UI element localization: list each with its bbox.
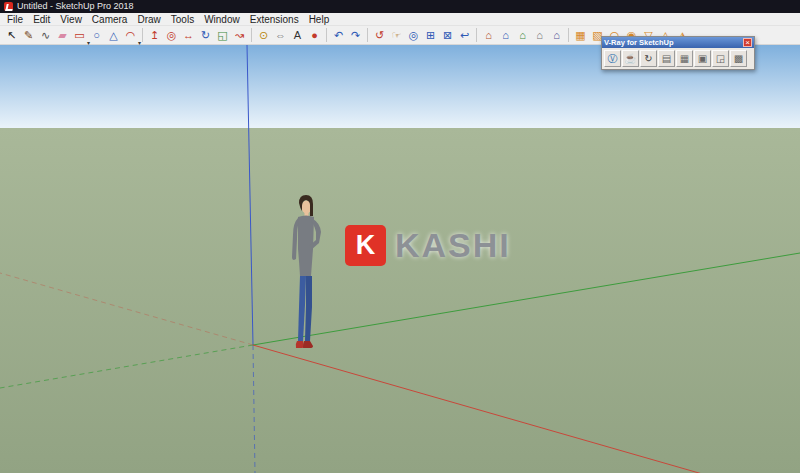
previous-icon: ↩ bbox=[460, 30, 469, 41]
rectangle-tool-button[interactable]: ▭▾ bbox=[71, 27, 88, 44]
render-interactive-button[interactable]: ↻ bbox=[640, 50, 657, 67]
figure-left-shoe bbox=[296, 341, 304, 348]
push-pull-tool-button[interactable]: ↥ bbox=[146, 27, 163, 44]
arc-icon: ◠ bbox=[126, 30, 136, 41]
vray-buttons: Ⓥ☕↻▤▦▣◲▩ bbox=[602, 48, 754, 69]
eraser-icon: ▰ bbox=[58, 30, 66, 41]
back-view-tool-button[interactable]: ⌂ bbox=[548, 27, 565, 44]
menu-window[interactable]: Window bbox=[199, 13, 245, 26]
from-contours-icon: ▦ bbox=[575, 30, 585, 41]
offset-icon: ◎ bbox=[167, 30, 177, 41]
eraser-tool-button[interactable]: ▰ bbox=[54, 27, 71, 44]
batch-render-icon: ▦ bbox=[680, 53, 689, 64]
menu-edit[interactable]: Edit bbox=[28, 13, 55, 26]
line-icon: ✎ bbox=[24, 30, 33, 41]
vray-toolbar-window: V-Ray for SketchUp × Ⓥ☕↻▤▦▣◲▩ bbox=[601, 36, 755, 70]
undo-tool-button[interactable]: ↶ bbox=[330, 27, 347, 44]
sketchup-logo-icon bbox=[4, 2, 13, 11]
title-bar[interactable]: Untitled - SketchUp Pro 2018 bbox=[0, 0, 800, 13]
paint-bucket-tool-button[interactable]: ● bbox=[306, 27, 323, 44]
front-view-icon: ⌂ bbox=[519, 30, 526, 41]
circle-tool-button[interactable]: ○ bbox=[88, 27, 105, 44]
zoom-window-tool-button[interactable]: ⊞ bbox=[422, 27, 439, 44]
render-icon: ☕ bbox=[624, 53, 636, 64]
rotate-tool-button[interactable]: ↻ bbox=[197, 27, 214, 44]
arc-tool-button[interactable]: ◠▾ bbox=[122, 27, 139, 44]
dimensions-tool-button[interactable]: ⇔ bbox=[272, 27, 289, 44]
right-view-tool-button[interactable]: ⌂ bbox=[531, 27, 548, 44]
asset-editor-button[interactable]: Ⓥ bbox=[604, 50, 621, 67]
front-view-tool-button[interactable]: ⌂ bbox=[514, 27, 531, 44]
blue-axis-line bbox=[247, 45, 253, 345]
rotate-icon: ↻ bbox=[201, 30, 210, 41]
top-view-tool-button[interactable]: ⌂ bbox=[497, 27, 514, 44]
viewport-render-icon: ▣ bbox=[698, 53, 707, 64]
move-tool-button[interactable]: ↔ bbox=[180, 27, 197, 44]
zoom-extents-icon: ⊠ bbox=[443, 30, 452, 41]
viewport[interactable]: K KASHI bbox=[0, 45, 800, 473]
vray-close-button[interactable]: × bbox=[743, 38, 752, 47]
redo-icon: ↷ bbox=[351, 30, 360, 41]
top-view-icon: ⌂ bbox=[502, 30, 509, 41]
text-tool-button[interactable]: A bbox=[289, 27, 306, 44]
freehand-icon: ∿ bbox=[41, 30, 50, 41]
polygon-tool-button[interactable]: △ bbox=[105, 27, 122, 44]
viewport-render-button[interactable]: ▣ bbox=[694, 50, 711, 67]
frame-buffer-button[interactable]: ▤ bbox=[658, 50, 675, 67]
green-axis-negative-line bbox=[0, 345, 253, 388]
follow-me-tool-button[interactable]: ↝ bbox=[231, 27, 248, 44]
pan-tool-button[interactable]: ☞ bbox=[388, 27, 405, 44]
menu-tools[interactable]: Tools bbox=[166, 13, 199, 26]
offset-tool-button[interactable]: ◎ bbox=[163, 27, 180, 44]
pan-icon: ☞ bbox=[392, 30, 402, 41]
circle-icon: ○ bbox=[93, 30, 100, 41]
lock-camera-button[interactable]: ▩ bbox=[730, 50, 747, 67]
zoom-tool-button[interactable]: ◎ bbox=[405, 27, 422, 44]
toolbar-separator bbox=[367, 28, 368, 42]
tape-measure-icon: ⊙ bbox=[259, 30, 268, 41]
frame-buffer-icon: ▤ bbox=[662, 53, 671, 64]
viewport-render-region-icon: ◲ bbox=[716, 53, 725, 64]
dimensions-icon: ⇔ bbox=[275, 30, 286, 41]
window-title: Untitled - SketchUp Pro 2018 bbox=[17, 0, 134, 13]
scale-figure[interactable] bbox=[292, 195, 321, 348]
menu-camera[interactable]: Camera bbox=[87, 13, 133, 26]
menu-extensions[interactable]: Extensions bbox=[245, 13, 304, 26]
tape-measure-tool-button[interactable]: ⊙ bbox=[255, 27, 272, 44]
toolbar-separator bbox=[326, 28, 327, 42]
iso-view-icon: ⌂ bbox=[485, 30, 492, 41]
redo-tool-button[interactable]: ↷ bbox=[347, 27, 364, 44]
green-axis-line bbox=[253, 253, 800, 345]
iso-view-tool-button[interactable]: ⌂ bbox=[480, 27, 497, 44]
menu-draw[interactable]: Draw bbox=[132, 13, 165, 26]
toolbar-separator bbox=[142, 28, 143, 42]
zoom-extents-tool-button[interactable]: ⊠ bbox=[439, 27, 456, 44]
figure-right-shoe bbox=[303, 341, 313, 348]
menu-view[interactable]: View bbox=[55, 13, 87, 26]
right-view-icon: ⌂ bbox=[536, 30, 543, 41]
select-tool-button[interactable]: ↖ bbox=[3, 27, 20, 44]
from-contours-tool-button[interactable]: ▦ bbox=[572, 27, 589, 44]
freehand-tool-button[interactable]: ∿ bbox=[37, 27, 54, 44]
asset-editor-icon: Ⓥ bbox=[608, 52, 618, 66]
menu-file[interactable]: File bbox=[2, 13, 28, 26]
viewport-render-region-button[interactable]: ◲ bbox=[712, 50, 729, 67]
figure-right-arm bbox=[292, 218, 299, 260]
text-icon: A bbox=[294, 30, 301, 41]
rectangle-icon: ▭ bbox=[74, 30, 84, 41]
scale-icon: ◱ bbox=[217, 30, 227, 41]
line-tool-button[interactable]: ✎ bbox=[20, 27, 37, 44]
sketchup-window: Untitled - SketchUp Pro 2018 FileEditVie… bbox=[0, 0, 800, 45]
render-button[interactable]: ☕ bbox=[622, 50, 639, 67]
batch-render-button[interactable]: ▦ bbox=[676, 50, 693, 67]
back-view-icon: ⌂ bbox=[553, 30, 560, 41]
undo-icon: ↶ bbox=[334, 30, 343, 41]
scale-tool-button[interactable]: ◱ bbox=[214, 27, 231, 44]
orbit-icon: ↺ bbox=[375, 30, 384, 41]
menu-help[interactable]: Help bbox=[304, 13, 335, 26]
orbit-tool-button[interactable]: ↺ bbox=[371, 27, 388, 44]
toolbar-separator bbox=[476, 28, 477, 42]
blue-axis-negative-line bbox=[253, 345, 255, 473]
vray-titlebar[interactable]: V-Ray for SketchUp × bbox=[602, 37, 754, 48]
previous-tool-button[interactable]: ↩ bbox=[456, 27, 473, 44]
